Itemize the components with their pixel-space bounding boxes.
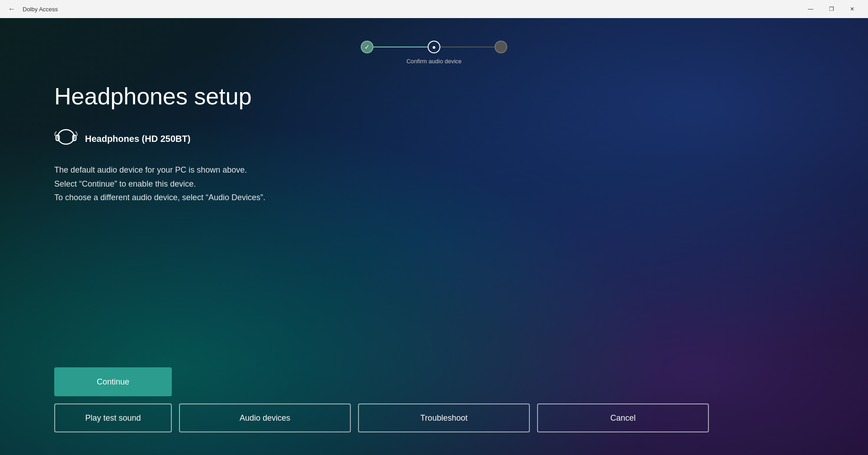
titlebar-controls: — ❐ ✕ bbox=[800, 2, 863, 16]
continue-button[interactable]: Continue bbox=[54, 367, 172, 396]
device-section: Headphones (HD 250BT) bbox=[54, 128, 814, 150]
app-title: Dolby Access bbox=[23, 6, 58, 13]
maximize-button[interactable]: ❐ bbox=[821, 2, 842, 16]
checkmark-icon: ✓ bbox=[364, 43, 370, 51]
minimize-button[interactable]: — bbox=[800, 2, 821, 16]
content-wrapper: ✓ ● Confirm audio device Headphones setu… bbox=[0, 18, 868, 455]
troubleshoot-button[interactable]: Troubleshoot bbox=[358, 403, 530, 432]
button-row-1: Continue bbox=[54, 367, 814, 396]
play-test-sound-button[interactable]: Play test sound bbox=[54, 403, 172, 432]
stepper-track: ✓ ● bbox=[361, 41, 507, 53]
description-text: The default audio device for your PC is … bbox=[54, 163, 371, 205]
page-title: Headphones setup bbox=[54, 83, 814, 110]
maximize-icon: ❐ bbox=[829, 6, 834, 12]
svg-point-0 bbox=[58, 130, 74, 144]
step-2-dot: ● bbox=[432, 43, 436, 51]
step-line-1 bbox=[373, 47, 428, 47]
main-content: ✓ ● Confirm audio device Headphones setu… bbox=[0, 18, 868, 455]
audio-devices-button[interactable]: Audio devices bbox=[179, 403, 351, 432]
description-line-1: The default audio device for your PC is … bbox=[54, 163, 371, 177]
description-line-3: To choose a different audio device, sele… bbox=[54, 191, 371, 205]
step-line-2 bbox=[440, 47, 495, 47]
buttons-section: Continue Play test sound Audio devices T… bbox=[54, 367, 814, 432]
step-2-circle: ● bbox=[428, 41, 440, 53]
back-icon: ← bbox=[8, 5, 15, 13]
cancel-button[interactable]: Cancel bbox=[537, 403, 709, 432]
titlebar: ← Dolby Access — ❐ ✕ bbox=[0, 0, 868, 18]
minimize-icon: — bbox=[808, 6, 813, 12]
step-1-circle: ✓ bbox=[361, 41, 373, 53]
button-row-2: Play test sound Audio devices Troublesho… bbox=[54, 403, 814, 432]
step-3-circle bbox=[495, 41, 507, 53]
titlebar-left: ← Dolby Access bbox=[5, 3, 58, 15]
stepper-label: Confirm audio device bbox=[406, 58, 462, 65]
device-name: Headphones (HD 250BT) bbox=[85, 134, 190, 144]
headphone-icon bbox=[54, 128, 78, 150]
progress-stepper: ✓ ● Confirm audio device bbox=[54, 41, 814, 65]
back-button[interactable]: ← bbox=[5, 3, 18, 15]
description-line-2: Select “Continue” to enable this device. bbox=[54, 177, 371, 191]
close-button[interactable]: ✕ bbox=[842, 2, 863, 16]
close-icon: ✕ bbox=[850, 6, 854, 12]
